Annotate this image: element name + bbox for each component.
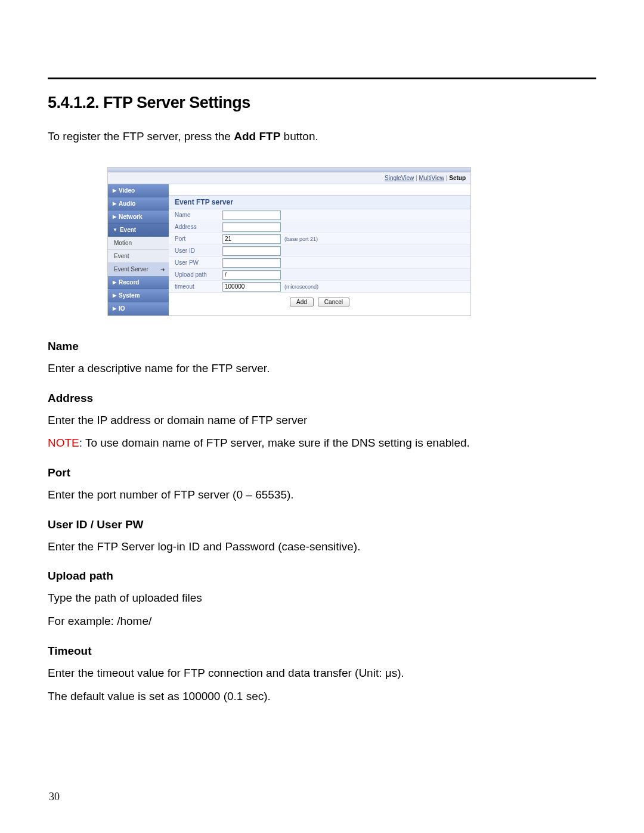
- desc-timeout-text2: The default value is set as 100000 (0.1 …: [48, 689, 596, 704]
- triangle-right-icon: ▶: [113, 188, 116, 193]
- label-userid: User ID: [169, 246, 222, 256]
- link-multiview[interactable]: MultiView: [419, 175, 444, 181]
- intro-post: button.: [280, 130, 318, 143]
- triangle-right-icon: ▶: [113, 214, 116, 219]
- row-upload: Upload path: [169, 269, 470, 281]
- intro-text: To register the FTP server, press the Ad…: [48, 130, 596, 143]
- triangle-right-icon: ▶: [113, 201, 116, 206]
- note-rest: : To use domain name of FTP server, make…: [79, 436, 470, 449]
- note-red: NOTE: [48, 436, 79, 449]
- desc-upload-heading: Upload path: [48, 569, 596, 583]
- embedded-screenshot: SingleView | MultiView | Setup ▶Video ▶A…: [107, 167, 471, 316]
- desc-port-text: Enter the port number of FTP server (0 –…: [48, 488, 596, 503]
- button-row: Add Cancel: [169, 293, 470, 314]
- label-userpw: User PW: [169, 258, 222, 268]
- desc-timeout-text1: Enter the timeout value for FTP connecti…: [48, 666, 596, 681]
- sidebar-item-network[interactable]: ▶Network: [108, 210, 169, 224]
- input-name[interactable]: [222, 210, 281, 220]
- page-number: 30: [49, 791, 60, 803]
- triangle-right-icon: ▶: [113, 293, 116, 298]
- label-port: Port: [169, 234, 222, 244]
- input-upload[interactable]: [222, 270, 281, 280]
- sidebar-label-event: Event: [120, 227, 136, 233]
- sidebar-label-network: Network: [119, 213, 142, 220]
- row-timeout: timeout (microsecond): [169, 281, 470, 293]
- desc-port-heading: Port: [48, 466, 596, 479]
- input-userpw[interactable]: [222, 258, 281, 268]
- sidebar-label-record: Record: [119, 279, 139, 286]
- sidebar-sub-event[interactable]: Event: [108, 250, 169, 263]
- triangle-down-icon: ▼: [113, 227, 117, 233]
- desc-user-heading: User ID / User PW: [48, 518, 596, 531]
- desc-upload-text2: For example: /home/: [48, 614, 596, 629]
- sidebar-label-io: IO: [119, 305, 125, 312]
- intro-bold: Add FTP: [234, 130, 280, 143]
- sidebar-item-system[interactable]: ▶System: [108, 289, 169, 302]
- row-userid: User ID: [169, 245, 470, 257]
- sidebar-item-record[interactable]: ▶Record: [108, 276, 169, 289]
- sidebar-item-video[interactable]: ▶Video: [108, 184, 169, 197]
- sidebar-sub-label: Event Server: [114, 266, 148, 272]
- desc-name-heading: Name: [48, 340, 596, 353]
- sidebar-item-audio[interactable]: ▶Audio: [108, 197, 169, 210]
- form-header: Event FTP server: [169, 195, 470, 209]
- input-userid[interactable]: [222, 246, 281, 256]
- embed-topbar: [108, 168, 470, 172]
- hint-timeout: (microsecond): [281, 284, 318, 290]
- top-rule: [48, 78, 596, 79]
- content-pane: Event FTP server Name Address Port (base…: [169, 184, 470, 315]
- row-userpw: User PW: [169, 257, 470, 269]
- arrow-right-icon: ➔: [160, 267, 165, 272]
- add-button[interactable]: Add: [290, 298, 314, 306]
- link-setup[interactable]: Setup: [449, 175, 466, 181]
- label-address: Address: [169, 222, 222, 232]
- label-timeout: timeout: [169, 281, 222, 292]
- triangle-right-icon: ▶: [113, 280, 116, 285]
- top-links: SingleView | MultiView | Setup: [108, 172, 470, 184]
- sidebar-item-io[interactable]: ▶IO: [108, 302, 169, 315]
- desc-user-text: Enter the FTP Server log-in ID and Passw…: [48, 540, 596, 555]
- sep2: |: [444, 175, 449, 181]
- desc-address-text: Enter the IP address or domain name of F…: [48, 413, 596, 428]
- desc-timeout-heading: Timeout: [48, 645, 596, 658]
- sidebar-sub-motion[interactable]: Motion: [108, 237, 169, 250]
- sidebar-label-system: System: [119, 292, 140, 299]
- desc-address-note: NOTE: To use domain name of FTP server, …: [48, 436, 596, 451]
- desc-upload-text1: Type the path of uploaded files: [48, 591, 596, 606]
- sidebar-label-audio: Audio: [119, 200, 135, 207]
- input-port[interactable]: [222, 234, 281, 244]
- triangle-right-icon: ▶: [113, 306, 116, 311]
- input-address[interactable]: [222, 222, 281, 232]
- input-timeout[interactable]: [222, 282, 281, 292]
- label-upload: Upload path: [169, 270, 222, 280]
- row-name: Name: [169, 209, 470, 221]
- sidebar: ▶Video ▶Audio ▶Network ▼Event Motion Eve…: [108, 184, 169, 315]
- cancel-button[interactable]: Cancel: [318, 298, 349, 306]
- link-singleview[interactable]: SingleView: [385, 175, 414, 181]
- desc-name-text: Enter a descriptive name for the FTP ser…: [48, 361, 596, 376]
- section-heading: 5.4.1.2. FTP Server Settings: [48, 94, 596, 112]
- sidebar-item-event[interactable]: ▼Event: [108, 224, 169, 237]
- intro-pre: To register the FTP server, press the: [48, 130, 234, 143]
- sidebar-label-video: Video: [119, 187, 135, 194]
- desc-address-heading: Address: [48, 392, 596, 405]
- sidebar-sub-event-server[interactable]: Event Server➔: [108, 263, 169, 276]
- row-port: Port (base port 21): [169, 233, 470, 245]
- row-address: Address: [169, 221, 470, 233]
- hint-port: (base port 21): [281, 236, 318, 242]
- label-name: Name: [169, 210, 222, 220]
